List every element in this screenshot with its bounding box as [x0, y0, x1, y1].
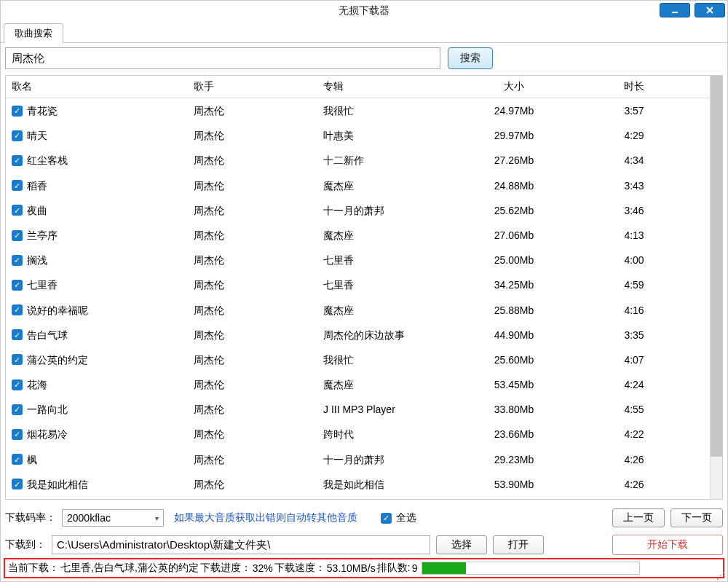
cell-album: 我很忙 [317, 100, 448, 122]
close-button[interactable] [695, 3, 725, 17]
cell-name: 兰亭序 [27, 229, 58, 242]
row-checkbox[interactable] [12, 255, 23, 266]
search-input[interactable] [5, 47, 440, 69]
cell-name: 枫 [27, 453, 37, 466]
table-row[interactable]: 红尘客栈周杰伦十二新作27.26Mb4:34 [6, 148, 710, 173]
window-controls [660, 3, 725, 17]
status-current-files: 七里香,告白气球,蒲公英的约定 [60, 562, 199, 575]
cell-name: 稻香 [27, 179, 47, 192]
cell-size: 29.97Mb [448, 125, 579, 146]
cell-size: 24.97Mb [448, 100, 579, 122]
cell-artist: 周杰伦 [188, 100, 317, 122]
cell-album: J III MP3 Player [317, 398, 448, 420]
cell-size: 25.00Mb [448, 249, 579, 271]
cell-artist: 周杰伦 [188, 498, 317, 499]
col-header-artist[interactable]: 歌手 [188, 76, 317, 98]
table-row[interactable]: 稻香周杰伦魔杰座24.88Mb3:43 [6, 173, 710, 198]
prev-page-button[interactable]: 上一页 [612, 508, 665, 527]
minimize-button[interactable] [660, 3, 690, 17]
bitrate-combo[interactable]: 2000kflac ▾ [62, 509, 164, 527]
search-button[interactable]: 搜索 [448, 47, 493, 69]
cell-artist: 周杰伦 [188, 374, 317, 396]
status-progress-value: 32% [253, 562, 273, 574]
cell-album: 魔杰座 [317, 299, 448, 321]
cell-artist: 周杰伦 [188, 175, 317, 197]
cell-duration: 4:16 [579, 299, 689, 321]
cell-duration: 4:26 [579, 473, 689, 495]
app-window: 无损下载器 歌曲搜索 搜索 歌名 歌手 专辑 大小 时长 [0, 0, 728, 582]
cell-album: 十一月的萧邦 [317, 200, 448, 221]
progress-bar [422, 562, 640, 575]
cell-name: 晴天 [27, 129, 47, 142]
download-path-input[interactable] [52, 535, 430, 554]
cell-duration: 4:13 [579, 224, 689, 246]
cell-name: 夜曲 [27, 204, 47, 217]
titlebar: 无损下载器 [1, 1, 727, 21]
cell-name: 告白气球 [27, 329, 68, 342]
table-row[interactable]: 一路向北周杰伦J III MP3 Player33.80Mb4:55 [6, 397, 710, 422]
row-checkbox[interactable] [12, 230, 23, 241]
row-checkbox[interactable] [12, 429, 23, 440]
cell-size: 24.88Mb [448, 175, 579, 197]
footer-row-options: 下载码率： 2000kflac ▾ 如果最大音质获取出错则自动转其他音质 全选 … [5, 508, 723, 527]
col-header-album[interactable]: 专辑 [317, 76, 448, 98]
cell-artist: 周杰伦 [188, 398, 317, 420]
cell-artist: 周杰伦 [188, 449, 317, 471]
row-checkbox[interactable] [12, 380, 23, 390]
cell-album: 我是如此相信 [317, 473, 448, 495]
start-download-button[interactable]: 开始下载 [612, 535, 723, 555]
table-row[interactable]: 告白气球周杰伦周杰伦的床边故事44.90Mb3:35 [6, 323, 710, 347]
row-checkbox[interactable] [12, 130, 23, 141]
status-speed-label: 下载速度： [274, 562, 325, 575]
tab-song-search[interactable]: 歌曲搜索 [4, 23, 63, 43]
cell-album: 周杰伦的床边故事 [317, 324, 448, 346]
quality-hint-link[interactable]: 如果最大音质获取出错则自动转其他音质 [174, 511, 357, 524]
row-checkbox[interactable] [12, 106, 23, 117]
cell-duration: 4:24 [579, 374, 689, 396]
table-row[interactable]: 夜曲周杰伦十一月的萧邦25.62Mb3:46 [6, 198, 710, 223]
table-row[interactable]: 烟花易冷周杰伦跨时代23.66Mb4:22 [6, 422, 710, 447]
row-checkbox[interactable] [12, 155, 23, 166]
col-header-name[interactable]: 歌名 [6, 76, 188, 98]
table-row[interactable]: 兰亭序周杰伦魔杰座27.06Mb4:13 [6, 223, 710, 248]
table-row[interactable]: 我落泪情绪零碎周杰伦跨时代27.53Mb4:17 [6, 497, 710, 499]
col-header-duration[interactable]: 时长 [579, 76, 689, 98]
next-page-button[interactable]: 下一页 [670, 508, 723, 527]
window-title: 无损下载器 [1, 4, 727, 17]
choose-folder-button[interactable]: 选择 [436, 535, 487, 554]
status-progress-label: 下载进度： [200, 562, 251, 575]
table-row[interactable]: 搁浅周杰伦七里香25.00Mb4:00 [6, 248, 710, 272]
row-checkbox[interactable] [12, 304, 23, 315]
table-scrollbar[interactable] [710, 76, 722, 499]
cell-duration: 4:07 [579, 349, 689, 371]
open-folder-button[interactable]: 打开 [493, 535, 544, 554]
row-checkbox[interactable] [12, 479, 23, 489]
row-checkbox[interactable] [12, 180, 23, 191]
table-row[interactable]: 枫周杰伦十一月的萧邦29.23Mb4:26 [6, 447, 710, 472]
table-row[interactable]: 七里香周杰伦七里香34.25Mb4:59 [6, 272, 710, 297]
row-checkbox[interactable] [12, 354, 23, 365]
table-row[interactable]: 蒲公英的约定周杰伦我很忙25.60Mb4:07 [6, 347, 710, 372]
footer-row-path: 下载到： 选择 打开 开始下载 [5, 535, 723, 555]
scrollbar-thumb[interactable] [711, 76, 722, 457]
table-row[interactable]: 说好的幸福呢周杰伦魔杰座25.88Mb4:16 [6, 298, 710, 323]
select-all-checkbox[interactable] [381, 513, 392, 524]
cell-duration: 4:34 [579, 149, 689, 171]
cell-album: 魔杰座 [317, 374, 448, 396]
footer-panel: 下载码率： 2000kflac ▾ 如果最大音质获取出错则自动转其他音质 全选 … [1, 504, 727, 558]
cell-album: 魔杰座 [317, 175, 448, 197]
table-row[interactable]: 我是如此相信周杰伦我是如此相信53.90Mb4:26 [6, 472, 710, 497]
row-checkbox[interactable] [12, 205, 23, 216]
table-row[interactable]: 青花瓷周杰伦我很忙24.97Mb3:57 [6, 98, 710, 123]
table-row[interactable]: 花海周杰伦魔杰座53.45Mb4:24 [6, 372, 710, 397]
cell-artist: 周杰伦 [188, 249, 317, 271]
row-checkbox[interactable] [12, 454, 23, 465]
status-current-label: 当前下载： [8, 562, 59, 575]
cell-artist: 周杰伦 [188, 423, 317, 445]
row-checkbox[interactable] [12, 329, 23, 340]
row-checkbox[interactable] [12, 280, 23, 291]
row-checkbox[interactable] [12, 404, 23, 415]
cell-name: 红尘客栈 [27, 154, 68, 167]
col-header-size[interactable]: 大小 [448, 76, 579, 98]
table-row[interactable]: 晴天周杰伦叶惠美29.97Mb4:29 [6, 123, 710, 148]
